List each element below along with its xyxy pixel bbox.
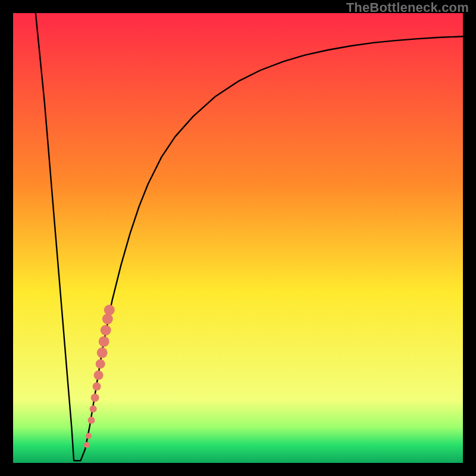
outer-frame: TheBottleneck.com bbox=[0, 0, 476, 476]
highlight-dot bbox=[99, 336, 109, 347]
watermark-text: TheBottleneck.com bbox=[346, 0, 469, 15]
highlight-dot bbox=[88, 416, 95, 424]
highlight-dot bbox=[101, 325, 111, 336]
highlight-dot bbox=[93, 383, 101, 391]
plot-area bbox=[13, 13, 463, 463]
highlight-dot bbox=[84, 442, 90, 448]
highlight-dot bbox=[102, 314, 113, 324]
highlight-dot bbox=[90, 405, 97, 412]
highlight-dot bbox=[91, 393, 99, 402]
chart-svg bbox=[13, 13, 463, 463]
gradient-background bbox=[13, 13, 463, 463]
highlight-dot bbox=[104, 305, 115, 315]
highlight-dot bbox=[97, 347, 108, 358]
highlight-dot bbox=[94, 371, 104, 380]
highlight-dot bbox=[96, 359, 105, 369]
highlight-dot bbox=[86, 433, 92, 439]
